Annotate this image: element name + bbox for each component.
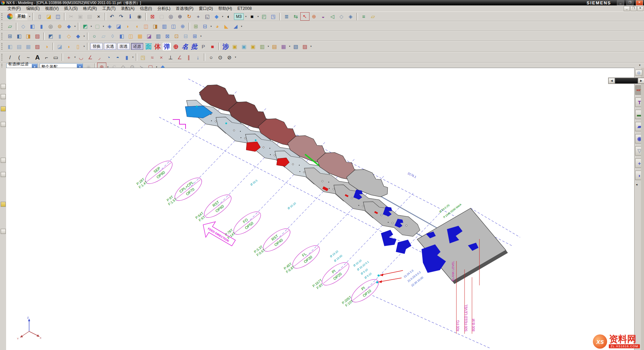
revolve-dropdown-icon[interactable]: ▼: [102, 22, 105, 30]
corner-curve-icon[interactable]: ⌐: [42, 53, 51, 62]
open-file-icon[interactable]: ◪: [44, 12, 53, 21]
redo-icon[interactable]: ↷: [116, 12, 126, 21]
insert-group-tool-dropdown-icon[interactable]: ▼: [288, 43, 291, 50]
list-tool-icon[interactable]: [1, 229, 6, 234]
menu-ET2008[interactable]: ET2008: [235, 6, 254, 11]
ruled-surface-icon[interactable]: ◧: [5, 42, 15, 51]
replace-display-button[interactable]: 替换: [90, 43, 103, 50]
grid-tool-icon[interactable]: [1, 84, 6, 89]
cut-icon[interactable]: ✂: [67, 12, 76, 21]
background-color-icon[interactable]: ■: [248, 12, 257, 21]
new-file-icon[interactable]: ▯: [35, 12, 44, 21]
perspective-view-icon[interactable]: ◱: [203, 12, 212, 21]
arc-icon[interactable]: (: [15, 53, 24, 62]
shell-dropdown-icon[interactable]: ▼: [210, 22, 213, 30]
toolbar-grip[interactable]: [1, 13, 4, 20]
offset-curve-icon[interactable]: ∥: [184, 53, 193, 62]
solid-red-cube-icon[interactable]: ■: [208, 42, 217, 51]
note-tool-icon[interactable]: [1, 202, 6, 207]
hide-component-icon[interactable]: ◇: [337, 12, 346, 21]
circle-slash-icon[interactable]: ⊘: [225, 53, 234, 62]
body-display-icon[interactable]: 体: [153, 42, 162, 51]
restore-button[interactable]: ❐: [626, 0, 634, 5]
toolbar-grip[interactable]: [1, 54, 4, 61]
shaded-view-icon[interactable]: ◆: [212, 12, 221, 21]
shell-icon[interactable]: ⊟: [200, 22, 210, 30]
move-component-icon[interactable]: ⊕: [309, 12, 319, 21]
paste-icon[interactable]: ▤: [85, 12, 94, 21]
block-icon[interactable]: ◧: [28, 22, 37, 30]
solid-transparent-button[interactable]: 实透: [104, 43, 116, 50]
punch-tool-icon[interactable]: ▣: [239, 42, 249, 51]
drafted-extrude-icon[interactable]: ◈: [105, 22, 114, 30]
angled-line-icon[interactable]: ∠: [175, 53, 184, 62]
die-tool-icon[interactable]: ▣: [249, 42, 258, 51]
line-icon[interactable]: /: [5, 53, 15, 62]
menu-首选项P[interactable]: 首选项(P): [173, 5, 196, 12]
point-icon[interactable]: +: [64, 53, 73, 62]
orient-wcs-icon[interactable]: ↖: [300, 12, 309, 21]
check-tool-icon[interactable]: ▨: [300, 42, 309, 51]
key-document-icon[interactable]: ◳: [138, 53, 148, 62]
join-curve-icon[interactable]: ≈: [148, 53, 157, 62]
menu-插入S[interactable]: 插入(S): [61, 5, 80, 12]
tube-surface-icon[interactable]: ▯: [73, 42, 83, 51]
face-transparent-button[interactable]: 面透: [117, 43, 130, 50]
mirror-assembly-icon[interactable]: ◁: [328, 12, 337, 21]
circle-slash-dropdown-icon[interactable]: ▼: [234, 53, 237, 61]
copy-icon[interactable]: ▣: [76, 12, 85, 21]
join-face-icon[interactable]: ⊞: [5, 32, 15, 40]
rotate-view-icon[interactable]: ↻: [185, 12, 194, 21]
circle-icon[interactable]: ○: [207, 53, 216, 62]
datum-plane-icon[interactable]: ◇: [19, 22, 28, 30]
unite-icon[interactable]: ⊕: [178, 22, 187, 30]
vertical-scrollbar[interactable]: [641, 68, 644, 350]
menu-装配A[interactable]: 装配(A): [118, 5, 137, 12]
shaded-view-dropdown-icon[interactable]: ▼: [221, 13, 224, 20]
sweep-along-guide-icon[interactable]: ◪: [114, 22, 123, 30]
plate-tool-icon[interactable]: ▤: [270, 42, 279, 51]
nx-logo-icon[interactable]: [5, 12, 15, 21]
boss-icon[interactable]: ⊚: [55, 22, 64, 30]
restore-display-button[interactable]: 还原: [131, 43, 143, 50]
quilt-icon[interactable]: ▦: [135, 32, 145, 40]
patch-body-icon[interactable]: ◧: [15, 32, 24, 40]
divide-face-icon[interactable]: ▥: [154, 32, 163, 40]
hole-icon[interactable]: ◎: [46, 22, 55, 30]
section-surface-icon[interactable]: ▦: [24, 42, 33, 51]
body-fit-icon[interactable]: ◆: [73, 32, 83, 40]
taper-dropdown-icon[interactable]: ▼: [240, 22, 243, 30]
trim-body-icon[interactable]: ◫: [142, 22, 151, 30]
background-color-dropdown-icon[interactable]: ▼: [257, 13, 260, 20]
fillet-curve-icon[interactable]: ◡: [77, 53, 86, 62]
filter-tool-icon[interactable]: [1, 172, 6, 177]
toolbar-options-icon[interactable]: ▼: [639, 64, 641, 66]
delete-icon[interactable]: ×: [94, 12, 103, 21]
primitive-cube-icon[interactable]: ◆: [64, 22, 73, 30]
studio-surface-icon[interactable]: ◪: [55, 42, 64, 51]
restore-view-icon[interactable]: ⊡: [635, 70, 642, 76]
close-part-icon[interactable]: ⊠: [148, 12, 157, 21]
spring-display-icon[interactable]: 弹: [162, 42, 171, 51]
trim-curve-icon[interactable]: ◞: [95, 53, 104, 62]
undo-icon[interactable]: ↶: [107, 12, 116, 21]
zoom-view-icon[interactable]: ⊕: [175, 12, 185, 21]
extrude-dropdown-icon[interactable]: ▼: [90, 22, 93, 30]
cylinder-icon[interactable]: ▮: [37, 22, 46, 30]
render-style-icon[interactable]: ◐: [224, 12, 233, 21]
child-restore-button[interactable]: ❐: [630, 6, 637, 11]
edge-blend-icon[interactable]: ◕: [213, 22, 222, 30]
snap-tool-icon[interactable]: [1, 122, 6, 127]
insert-group-tool-icon[interactable]: ▦: [279, 42, 288, 51]
menu-信息I[interactable]: 信息(I): [137, 5, 154, 12]
style-sweep-icon[interactable]: ◗: [64, 42, 73, 51]
layer-tool-icon[interactable]: [1, 94, 6, 99]
m3-display-button[interactable]: M3: [234, 13, 244, 20]
menu-帮助H[interactable]: 帮助(H): [216, 5, 235, 12]
n-sided-surface-icon[interactable]: ◇: [64, 32, 73, 40]
thicken-icon[interactable]: ◧: [117, 32, 126, 40]
offset-face-icon[interactable]: ⊞: [191, 22, 200, 30]
save-file-icon[interactable]: ◫: [53, 12, 63, 21]
trim-sheet-icon[interactable]: ◪: [145, 32, 154, 40]
move-face-icon[interactable]: ⊟: [181, 32, 190, 40]
